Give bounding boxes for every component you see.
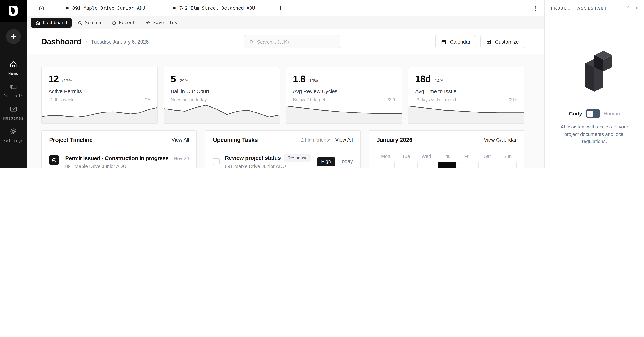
- calendar-day[interactable]: 8: [478, 162, 496, 168]
- home-tab-button[interactable]: [27, 0, 56, 16]
- upcoming-tasks-card: Upcoming Tasks 2 high priority View All …: [205, 130, 361, 168]
- nav-tab-label: Dashboard: [43, 20, 67, 25]
- calendar-day-selected[interactable]: 6: [438, 162, 456, 168]
- kpi-label: Ball in Our Court: [171, 88, 273, 94]
- envelope-icon: [9, 105, 18, 113]
- task-row[interactable]: Review project status Response 891 Maple…: [206, 149, 360, 168]
- assistant-header: PROJECT ASSISTANT: [545, 0, 644, 16]
- toggle-label-human: Human: [604, 111, 620, 116]
- nav-tab-label: Search: [85, 20, 101, 25]
- assistant-logo: [576, 49, 613, 93]
- calendar-day[interactable]: 9: [498, 162, 516, 168]
- nav-tab-favorites[interactable]: Favorites: [141, 18, 182, 27]
- page-header: Dashboard • Tuesday, January 6, 2026 Cal…: [27, 29, 544, 54]
- page-date: Tuesday, January 6, 2026: [91, 39, 148, 44]
- tab-label: 742 Elm Street Detached ADU: [179, 5, 255, 11]
- project-tab-1[interactable]: 891 Maple Drive Junior ADU: [56, 0, 163, 16]
- sidebar-item-messages[interactable]: Messages: [3, 105, 24, 120]
- calendar-day[interactable]: 7: [458, 162, 476, 168]
- nav-tab-label: Recent: [119, 20, 135, 25]
- calendar-icon: [441, 39, 447, 44]
- weekday-label: Fri: [458, 154, 476, 159]
- widgets-row-1: Project Timeline View All Permit: [41, 130, 524, 168]
- task-checkbox[interactable]: [213, 158, 220, 165]
- sidebar: Home Projects Messages: [0, 0, 27, 168]
- weekday-label: Wed: [417, 154, 435, 159]
- task-project: 891 Maple Drive Junior ADU: [225, 163, 312, 168]
- nav-tab-search[interactable]: Search: [73, 18, 106, 27]
- project-tab-2[interactable]: 742 Elm Street Detached ADU: [163, 0, 270, 16]
- kpi-value: 1.8: [293, 73, 305, 85]
- task-due: Today: [339, 159, 353, 164]
- new-project-button[interactable]: [6, 29, 21, 44]
- weekday-label: Mon: [376, 154, 395, 159]
- kpi-avg-time-to-issue[interactable]: 18d -14% Avg Time to Issue -3 days vs la…: [408, 67, 524, 124]
- nav-tab-recent[interactable]: Recent: [107, 18, 140, 27]
- kpi-value: 18d: [415, 73, 431, 85]
- sidebar-item-home[interactable]: Home: [8, 60, 19, 76]
- kpi-avg-review-cycles[interactable]: 1.8 -10% Avg Review Cycles Below 2.0 tar…: [286, 67, 402, 124]
- gear-icon: [9, 127, 18, 136]
- kpi-label: Avg Review Cycles: [293, 88, 395, 94]
- sidebar-item-settings[interactable]: Settings: [3, 127, 24, 143]
- customize-button[interactable]: Customize: [480, 35, 524, 48]
- sidebar-item-label: Messages: [3, 116, 24, 120]
- kpi-active-permits[interactable]: 12 +17% Active Permits +2 this week /15: [41, 67, 158, 124]
- timeline-item-title: Permit issued - Construction in progress: [65, 155, 168, 161]
- assistant-title: PROJECT ASSISTANT: [551, 5, 607, 10]
- sparkline-chart: [408, 102, 524, 123]
- logo-icon: [8, 4, 20, 17]
- kpi-value: 12: [48, 73, 58, 85]
- chevron-double-right-icon[interactable]: [634, 5, 640, 11]
- collapse-icon[interactable]: [624, 5, 630, 11]
- dashboard-content: 12 +17% Active Permits +2 this week /15 …: [27, 54, 544, 168]
- nav-tab-dashboard[interactable]: Dashboard: [31, 18, 72, 27]
- calendar-day[interactable]: 3: [376, 162, 395, 168]
- sidebar-nav: Home Projects Messages: [3, 60, 24, 143]
- weekday-label: Sat: [478, 154, 496, 159]
- view-all-link[interactable]: View All: [335, 137, 353, 143]
- timeline-checkbox-done[interactable]: [49, 155, 59, 165]
- tab-status-dot: [173, 7, 176, 9]
- timeline-item[interactable]: Permit issued - Construction in progress…: [49, 155, 189, 168]
- sparkline-chart: [42, 102, 157, 123]
- new-tab-button[interactable]: [270, 0, 291, 16]
- kpi-note: Need action today: [171, 97, 207, 102]
- kpi-delta: -10%: [308, 79, 318, 83]
- kpi-note: +2 this week: [48, 97, 74, 102]
- top-tab-bar: 891 Maple Drive Junior ADU 742 Elm Stree…: [27, 0, 544, 16]
- sidebar-item-label: Home: [8, 71, 19, 76]
- view-calendar-link[interactable]: View Calendar: [484, 137, 516, 143]
- kpi-ball-in-court[interactable]: 5 -29% Ball in Our Court Need action tod…: [164, 67, 280, 124]
- sidebar-item-label: Projects: [3, 93, 24, 98]
- search-input[interactable]: [257, 39, 335, 44]
- plus-icon: [10, 33, 16, 39]
- plus-icon: [278, 5, 283, 11]
- tab-status-dot: [66, 7, 68, 9]
- app-logo[interactable]: [0, 0, 27, 21]
- card-title: Project Timeline: [49, 136, 92, 143]
- kpi-delta: -29%: [178, 79, 188, 83]
- search-icon: [78, 20, 82, 25]
- layout-icon: [486, 39, 492, 44]
- mode-toggle-switch[interactable]: [586, 109, 600, 118]
- kpi-target: /2.0: [388, 97, 395, 102]
- sparkline-chart: [164, 102, 280, 123]
- home-icon: [9, 60, 18, 68]
- sidebar-item-projects[interactable]: Projects: [3, 83, 24, 98]
- view-all-link[interactable]: View All: [172, 137, 189, 143]
- calendar-day[interactable]: 4: [397, 162, 415, 168]
- card-title: Upcoming Tasks: [213, 136, 258, 143]
- calendar-grid: 3 4 5 6 7 8 9 10 11 12 13: [376, 162, 516, 168]
- task-title: Review project status: [225, 155, 281, 161]
- weekday-label: Thu: [438, 154, 456, 159]
- calendar-day[interactable]: 5: [417, 162, 435, 168]
- more-options-button[interactable]: [526, 0, 544, 16]
- header-actions: Calendar Customize: [436, 35, 524, 48]
- priority-badge: High: [317, 157, 335, 166]
- check-circle-icon: [51, 157, 57, 163]
- calendar-button[interactable]: Calendar: [436, 35, 476, 48]
- project-timeline-card: Project Timeline View All Permit: [41, 130, 197, 168]
- timeline-list: Permit issued - Construction in progress…: [42, 149, 196, 168]
- kpi-row: 12 +17% Active Permits +2 this week /15 …: [41, 67, 524, 124]
